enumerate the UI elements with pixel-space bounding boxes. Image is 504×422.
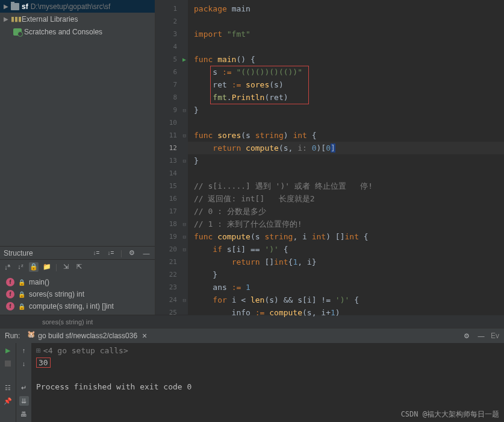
run-icon[interactable]: ▶	[3, 345, 13, 355]
folder-icon[interactable]: 📁	[42, 262, 52, 272]
code-line[interactable]: import "fmt"	[188, 28, 504, 40]
code-line[interactable]: return compute(s, i: 0)[0]	[188, 142, 504, 154]
gear-icon[interactable]	[127, 248, 137, 258]
gutter-line[interactable]: 1	[155, 2, 188, 15]
gutter-line[interactable]: 6	[155, 66, 188, 78]
chevron-right-icon[interactable]: ▶	[4, 16, 8, 22]
gear-icon[interactable]	[462, 331, 471, 341]
external-libraries[interactable]: ▶ ▮▮▮ External Libraries	[0, 13, 155, 25]
code-line[interactable]: ans := 1	[188, 281, 504, 294]
fold-icon[interactable]: ⊟	[183, 297, 186, 303]
gutter-line[interactable]: 23	[155, 281, 188, 294]
code-line[interactable]: }	[188, 268, 504, 281]
gutter-line[interactable]: 11⊟	[155, 129, 188, 142]
code-editor[interactable]: package mainimport "fmt"func main() { s …	[188, 0, 504, 315]
gutter-line[interactable]: 7	[155, 78, 188, 91]
close-tab-icon[interactable]	[140, 331, 149, 341]
gutter-line[interactable]: 10	[155, 116, 188, 129]
gutter-line[interactable]: 12	[155, 142, 188, 154]
gutter-line[interactable]: 22	[155, 268, 188, 281]
fold-icon[interactable]: ⊟	[183, 221, 186, 227]
code-line[interactable]: // 返回值: int[] 长度就是2	[188, 192, 504, 205]
code-line[interactable]	[188, 167, 504, 180]
fold-icon[interactable]: ⊟	[183, 133, 186, 139]
code-line[interactable]	[188, 116, 504, 129]
lock-icon: 🔒	[18, 279, 25, 286]
collapse-icon[interactable]: ⇱	[74, 262, 84, 272]
gutter-line[interactable]: 4	[155, 40, 188, 53]
code-line[interactable]: ret := sores(s)	[188, 78, 504, 91]
project-root[interactable]: ▶ sf D:\mysetup\gopath\src\sf	[0, 0, 155, 13]
print-icon[interactable]: 🖶	[19, 409, 29, 419]
gutter-line[interactable]: 8	[155, 91, 188, 104]
down-icon[interactable]: ↓	[19, 359, 29, 368]
code-line[interactable]: }	[188, 154, 504, 167]
code-line[interactable]	[188, 40, 504, 53]
code-line[interactable]: // s[i.....] 遇到 ')' 或者 终止位置 停!	[188, 180, 504, 192]
code-line[interactable]: fmt.Println(ret)	[188, 91, 504, 104]
gutter-line[interactable]: 24⊟	[155, 294, 188, 306]
code-line[interactable]: return []int{1, i}	[188, 256, 504, 268]
chevron-right-icon[interactable]: ▶	[4, 3, 8, 10]
code-line[interactable]: for i < len(s) && s[i] != ')' {	[188, 294, 504, 306]
expand-icon[interactable]: ⇲	[61, 262, 70, 272]
function-badge-icon: f	[6, 290, 14, 298]
fold-icon[interactable]: ⊟	[183, 247, 186, 253]
gutter-line[interactable]: 2	[155, 15, 188, 28]
run-title: Run:	[5, 332, 20, 340]
code-line[interactable]: // 0 : 分数是多少	[188, 205, 504, 218]
code-line[interactable]: info := compute(s, i+1)	[188, 306, 504, 319]
run-panel-header: Run: go build sf/newclass2/class036 Ev	[0, 329, 504, 343]
minimize-icon[interactable]	[142, 248, 151, 258]
structure-item-compute[interactable]: f 🔒 compute(s string, i int) []int	[0, 300, 155, 312]
gutter-line[interactable]: 3	[155, 28, 188, 40]
code-line[interactable]: if s[i] == ')' {	[188, 243, 504, 256]
structure-list: f 🔒 main() f 🔒 sores(s string) int f 🔒 c…	[0, 274, 155, 315]
stop-icon[interactable]	[3, 359, 13, 368]
gutter-line[interactable]: 13⊟	[155, 154, 188, 167]
gutter-line[interactable]: 25	[155, 306, 188, 319]
line-gutter[interactable]: 12345▶6789⊟1011⊟1213⊟1415161718⊟19⊟20⊟21…	[155, 0, 188, 315]
fold-icon[interactable]: ⊟	[183, 158, 186, 164]
up-icon[interactable]: ↑	[19, 345, 29, 355]
code-line[interactable]: func main() {	[188, 53, 504, 66]
minimize-icon[interactable]	[476, 331, 486, 341]
structure-toolbar: ↓ª ↓ᶻ 🔒 📁 | ⇲ ⇱	[0, 259, 155, 274]
code-line[interactable]: func compute(s string, i int) []int {	[188, 230, 504, 243]
run-output[interactable]: ⊞ <4 go setup calls> 30 Process finished…	[31, 343, 504, 422]
gutter-line[interactable]: 20⊟	[155, 243, 188, 256]
code-line[interactable]	[188, 15, 504, 28]
gutter-line[interactable]: 18⊟	[155, 218, 188, 230]
structure-item-main[interactable]: f 🔒 main()	[0, 276, 155, 288]
code-line[interactable]: s := "(()())()(())"	[188, 66, 504, 78]
code-line[interactable]: func sores(s string) int {	[188, 129, 504, 142]
lock-icon[interactable]: 🔒	[29, 262, 39, 272]
run-tab[interactable]: go build sf/newclass2/class036	[25, 330, 152, 342]
gutter-line[interactable]: 19⊟	[155, 230, 188, 243]
layout-icon[interactable]: ☷	[3, 383, 13, 392]
wrap-icon[interactable]: ↵	[19, 383, 29, 392]
gutter-line[interactable]: 5▶	[155, 53, 188, 66]
pin-icon[interactable]: 📌	[3, 396, 13, 406]
structure-item-label: compute(s string, i int) []int	[29, 302, 114, 310]
gutter-line[interactable]: 16	[155, 192, 188, 205]
structure-item-sores[interactable]: f 🔒 sores(s string) int	[0, 288, 155, 300]
fold-icon[interactable]: ⊟	[183, 107, 186, 113]
gutter-line[interactable]: 14	[155, 167, 188, 180]
sort-az-icon[interactable]: ↓ª	[2, 262, 12, 272]
scroll-icon[interactable]: ⇊	[19, 396, 29, 406]
gutter-line[interactable]: 21	[155, 256, 188, 268]
code-line[interactable]: // 1 : 来到了什么位置停的!	[188, 218, 504, 230]
code-line[interactable]: package main	[188, 2, 504, 15]
run-gutter-icon[interactable]: ▶	[182, 56, 186, 63]
sort-icon[interactable]	[92, 248, 101, 258]
gutter-line[interactable]: 9⊟	[155, 104, 188, 116]
sort-icon-2[interactable]	[106, 248, 116, 258]
gutter-line[interactable]: 15	[155, 180, 188, 192]
code-line[interactable]: }	[188, 104, 504, 116]
fold-icon[interactable]: ⊟	[183, 234, 186, 240]
sort-za-icon[interactable]: ↓ᶻ	[16, 262, 25, 272]
scratches-consoles[interactable]: Scratches and Consoles	[0, 25, 155, 38]
gutter-line[interactable]: 17	[155, 205, 188, 218]
project-tree[interactable]: ▶ sf D:\mysetup\gopath\src\sf ▶ ▮▮▮ Exte…	[0, 0, 155, 246]
